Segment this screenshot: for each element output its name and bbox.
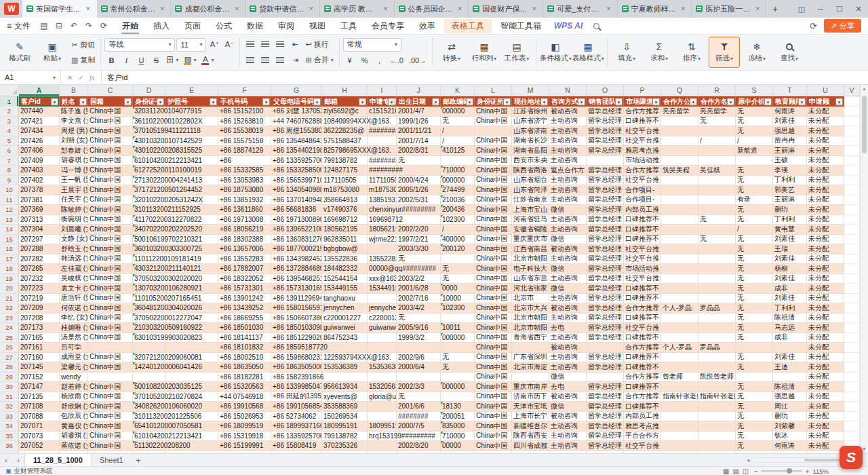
cell[interactable]: 赵若婷 (女 — [60, 382, 88, 392]
cell[interactable]: +86 13901242 — [218, 294, 271, 304]
cell[interactable] — [698, 353, 736, 363]
cell[interactable]: China中国 — [88, 303, 133, 314]
cell[interactable]: 122593794XXX@163. — [322, 353, 368, 363]
document-tab[interactable]: 贷款申请信息.xlsx✕ — [245, 0, 320, 18]
cell[interactable]: 个人-罗晶 — [661, 303, 698, 314]
cell[interactable]: 合作方推荐 — [624, 392, 661, 402]
cell[interactable]: 重庆重庆市 — [512, 235, 549, 245]
cell[interactable]: China中国 — [475, 441, 512, 451]
cell[interactable]: China中国 — [88, 353, 133, 363]
cell[interactable]: 2001/7/14 — [397, 136, 441, 147]
cell[interactable]: 强思越 — [773, 126, 807, 136]
cell[interactable]: China中国 — [88, 382, 133, 392]
header-cell[interactable]: 申请专用▾ — [368, 96, 397, 107]
cell[interactable]: 刘朔 (女) — [60, 136, 88, 147]
cell[interactable]: 未分配 — [807, 392, 844, 402]
cell[interactable]: 未分配 — [807, 284, 844, 294]
cell[interactable] — [736, 343, 773, 353]
header-cell[interactable]: 邮箱▾ — [322, 96, 368, 107]
cell[interactable]: China中国 — [88, 441, 133, 451]
cell[interactable]: 口碑推荐不 — [624, 294, 661, 304]
cell[interactable]: 未分配 — [807, 274, 844, 284]
cell[interactable]: +86 1335925706 — [271, 156, 322, 166]
normal-view-icon[interactable]: ▦ — [723, 468, 729, 475]
cell[interactable]: 无 — [441, 264, 475, 274]
cell[interactable]: 留学总经理 — [587, 215, 624, 225]
cell[interactable] — [844, 274, 860, 284]
row-number[interactable]: 2 — [0, 107, 19, 117]
cell[interactable]: 207369 — [19, 205, 60, 215]
cell[interactable]: China中国 — [475, 402, 512, 412]
cell[interactable]: 400000 — [441, 235, 475, 245]
cell[interactable]: 社交平台推 — [624, 441, 661, 451]
cell[interactable]: 北京市朝阳 — [512, 254, 549, 265]
row-number[interactable]: 18 — [0, 264, 19, 274]
cell[interactable]: 未分配 — [807, 225, 844, 235]
cell[interactable]: 口碑推荐不 — [624, 402, 661, 412]
cell[interactable] — [698, 294, 736, 304]
cell[interactable]: 口碑推荐不 — [624, 362, 661, 373]
cell[interactable]: China中国 — [475, 185, 512, 195]
cell[interactable] — [844, 205, 860, 215]
row-number[interactable]: 16 — [0, 244, 19, 254]
cell[interactable]: +86 18753080 — [218, 185, 271, 195]
cell[interactable]: 主动咨询 — [549, 294, 587, 304]
cell[interactable]: 962835011 — [322, 235, 368, 245]
print-icon[interactable]: ⊟ — [52, 19, 66, 33]
cell[interactable]: guiwanwei — [368, 323, 397, 333]
cell[interactable]: 留学总经理 — [587, 195, 624, 206]
cell[interactable]: 340702200202202520 — [133, 225, 165, 235]
cell[interactable] — [397, 215, 441, 225]
scroll-left-icon[interactable]: ◂ — [747, 457, 750, 463]
cell[interactable]: 市场活动推 — [624, 156, 661, 166]
cell[interactable]: 刘素佳 — [773, 235, 807, 245]
filter-dropdown-icon[interactable]: ▾ — [466, 98, 473, 105]
cell[interactable]: +86 1372884680 — [271, 264, 322, 274]
cell[interactable]: 410125 — [441, 146, 475, 156]
cell[interactable]: 去电 — [549, 323, 587, 333]
cell[interactable]: +86 1991056854 — [271, 402, 322, 412]
cell[interactable] — [844, 362, 860, 373]
cell[interactable]: 内部员工推 — [624, 412, 661, 422]
cell[interactable]: China中国 — [475, 166, 512, 176]
cell[interactable]: 留学总经理 — [587, 274, 624, 284]
menu-tab[interactable]: 公式 — [208, 18, 239, 34]
cell[interactable] — [698, 421, 736, 432]
cell[interactable]: China中国 — [88, 107, 133, 117]
cell[interactable]: 无 — [736, 274, 773, 284]
cell[interactable]: China中国 — [475, 392, 512, 402]
cell[interactable]: 四川省成都 — [512, 441, 549, 451]
cell[interactable]: 新航道 — [736, 146, 773, 156]
filter-dropdown-icon[interactable]: ▾ — [157, 98, 164, 105]
cell[interactable]: 上海市长宁 — [512, 412, 549, 422]
cell[interactable]: 825798695XXX@163. — [322, 146, 368, 156]
cell[interactable]: China中国 — [475, 373, 512, 383]
cell[interactable]: +86 13611860 — [218, 205, 271, 215]
cell[interactable] — [844, 314, 860, 324]
cell[interactable]: 612725200110100019 — [133, 166, 165, 176]
cell[interactable]: 吴峻棋 (女 — [60, 274, 88, 284]
cell[interactable]: ######### — [368, 166, 397, 176]
cell[interactable]: 956613934 — [322, 382, 368, 392]
cell[interactable]: China中国 — [475, 254, 512, 265]
cell[interactable]: 刘素佳 — [773, 274, 807, 284]
cell[interactable]: +86 1877000215 — [271, 244, 322, 254]
header-cell[interactable]: 手机号码▾ — [218, 96, 271, 107]
decrease-decimal-button[interactable]: ←.0 — [388, 54, 406, 67]
cell[interactable]: 799138782 — [322, 156, 368, 166]
cell[interactable]: 无 — [736, 421, 773, 432]
cell[interactable] — [661, 225, 698, 235]
cell[interactable]: 无 — [736, 432, 773, 442]
cell[interactable] — [368, 343, 397, 353]
cell[interactable]: 留学总经理 — [587, 362, 624, 373]
cell[interactable] — [844, 392, 860, 402]
cell[interactable]: 舒欣娴 (女 — [60, 402, 88, 412]
format-painter-button[interactable]: ✎ 格式刷 — [4, 37, 35, 68]
cell[interactable]: 207147 — [19, 382, 60, 392]
cell[interactable]: 135522836 — [322, 254, 368, 265]
cell[interactable]: 陕西省商洛 — [512, 166, 549, 176]
minimize-button[interactable]: ─ — [811, 0, 830, 18]
cell[interactable]: 主动咨询 — [549, 254, 587, 265]
cell[interactable]: China中国 — [475, 412, 512, 422]
cell[interactable] — [88, 343, 133, 353]
